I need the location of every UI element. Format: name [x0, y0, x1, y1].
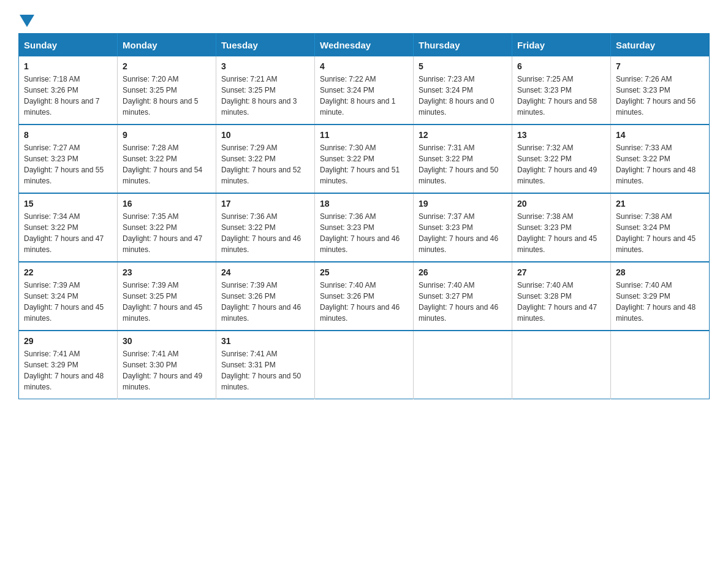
calendar-week-5: 29 Sunrise: 7:41 AMSunset: 3:29 PMDaylig…	[19, 331, 710, 399]
calendar-cell: 21 Sunrise: 7:38 AMSunset: 3:24 PMDaylig…	[611, 193, 710, 262]
header-cell-thursday: Thursday	[414, 34, 512, 57]
calendar-cell: 31 Sunrise: 7:41 AMSunset: 3:31 PMDaylig…	[216, 331, 315, 399]
logo-triangle-icon	[20, 15, 34, 27]
day-number: 3	[221, 61, 309, 71]
day-info: Sunrise: 7:39 AMSunset: 3:25 PMDaylight:…	[123, 280, 211, 324]
calendar-cell: 7 Sunrise: 7:26 AMSunset: 3:23 PMDayligh…	[611, 56, 710, 124]
day-number: 1	[24, 61, 112, 71]
calendar-cell: 22 Sunrise: 7:39 AMSunset: 3:24 PMDaylig…	[19, 262, 118, 331]
day-info: Sunrise: 7:29 AMSunset: 3:22 PMDaylight:…	[221, 142, 309, 186]
day-number: 21	[616, 199, 704, 209]
day-number: 13	[517, 130, 605, 140]
calendar-cell: 1 Sunrise: 7:18 AMSunset: 3:26 PMDayligh…	[19, 56, 118, 124]
calendar-cell: 25 Sunrise: 7:40 AMSunset: 3:26 PMDaylig…	[315, 262, 414, 331]
logo-text	[18, 12, 36, 25]
day-number: 25	[320, 267, 408, 277]
calendar-cell: 28 Sunrise: 7:40 AMSunset: 3:29 PMDaylig…	[611, 262, 710, 331]
calendar-cell: 11 Sunrise: 7:30 AMSunset: 3:22 PMDaylig…	[315, 124, 414, 193]
day-info: Sunrise: 7:38 AMSunset: 3:24 PMDaylight:…	[616, 211, 704, 255]
day-number: 30	[123, 336, 211, 346]
day-number: 6	[517, 61, 605, 71]
day-number: 4	[320, 61, 408, 71]
day-info: Sunrise: 7:40 AMSunset: 3:26 PMDaylight:…	[320, 280, 408, 324]
day-number: 26	[419, 267, 507, 277]
day-number: 11	[320, 130, 408, 140]
page-header	[18, 12, 710, 22]
day-number: 12	[419, 130, 507, 140]
day-info: Sunrise: 7:37 AMSunset: 3:23 PMDaylight:…	[419, 211, 507, 255]
calendar-cell: 24 Sunrise: 7:39 AMSunset: 3:26 PMDaylig…	[216, 262, 315, 331]
day-info: Sunrise: 7:31 AMSunset: 3:22 PMDaylight:…	[419, 142, 507, 186]
calendar-week-3: 15 Sunrise: 7:34 AMSunset: 3:22 PMDaylig…	[19, 193, 710, 262]
day-info: Sunrise: 7:25 AMSunset: 3:23 PMDaylight:…	[517, 74, 605, 118]
day-number: 15	[24, 199, 112, 209]
day-number: 27	[517, 267, 605, 277]
day-number: 7	[616, 61, 704, 71]
calendar-cell	[315, 331, 414, 399]
day-info: Sunrise: 7:21 AMSunset: 3:25 PMDaylight:…	[221, 74, 309, 118]
day-info: Sunrise: 7:38 AMSunset: 3:23 PMDaylight:…	[517, 211, 605, 255]
day-info: Sunrise: 7:20 AMSunset: 3:25 PMDaylight:…	[123, 74, 211, 118]
day-number: 28	[616, 267, 704, 277]
day-info: Sunrise: 7:40 AMSunset: 3:27 PMDaylight:…	[419, 280, 507, 324]
calendar-cell: 8 Sunrise: 7:27 AMSunset: 3:23 PMDayligh…	[19, 124, 118, 193]
day-number: 31	[221, 336, 309, 346]
day-info: Sunrise: 7:18 AMSunset: 3:26 PMDaylight:…	[24, 74, 112, 118]
day-info: Sunrise: 7:26 AMSunset: 3:23 PMDaylight:…	[616, 74, 704, 118]
day-number: 2	[123, 61, 211, 71]
header-cell-wednesday: Wednesday	[315, 34, 414, 57]
calendar-cell: 16 Sunrise: 7:35 AMSunset: 3:22 PMDaylig…	[118, 193, 216, 262]
day-number: 29	[24, 336, 112, 346]
calendar-cell: 18 Sunrise: 7:36 AMSunset: 3:23 PMDaylig…	[315, 193, 414, 262]
day-number: 19	[419, 199, 507, 209]
calendar-cell: 19 Sunrise: 7:37 AMSunset: 3:23 PMDaylig…	[414, 193, 512, 262]
calendar-cell	[611, 331, 710, 399]
calendar-week-4: 22 Sunrise: 7:39 AMSunset: 3:24 PMDaylig…	[19, 262, 710, 331]
calendar-cell: 10 Sunrise: 7:29 AMSunset: 3:22 PMDaylig…	[216, 124, 315, 193]
day-info: Sunrise: 7:40 AMSunset: 3:28 PMDaylight:…	[517, 280, 605, 324]
calendar-table: SundayMondayTuesdayWednesdayThursdayFrid…	[18, 33, 710, 399]
day-number: 14	[616, 130, 704, 140]
header-cell-tuesday: Tuesday	[216, 34, 315, 57]
calendar-week-1: 1 Sunrise: 7:18 AMSunset: 3:26 PMDayligh…	[19, 56, 710, 124]
header-cell-monday: Monday	[118, 34, 216, 57]
calendar-cell: 6 Sunrise: 7:25 AMSunset: 3:23 PMDayligh…	[512, 56, 611, 124]
day-info: Sunrise: 7:36 AMSunset: 3:22 PMDaylight:…	[221, 211, 309, 255]
day-info: Sunrise: 7:28 AMSunset: 3:22 PMDaylight:…	[123, 142, 211, 186]
calendar-cell: 20 Sunrise: 7:38 AMSunset: 3:23 PMDaylig…	[512, 193, 611, 262]
day-info: Sunrise: 7:39 AMSunset: 3:26 PMDaylight:…	[221, 280, 309, 324]
day-number: 22	[24, 267, 112, 277]
day-number: 24	[221, 267, 309, 277]
day-number: 10	[221, 130, 309, 140]
calendar-header: SundayMondayTuesdayWednesdayThursdayFrid…	[19, 34, 710, 57]
day-info: Sunrise: 7:34 AMSunset: 3:22 PMDaylight:…	[24, 211, 112, 255]
header-row: SundayMondayTuesdayWednesdayThursdayFrid…	[19, 34, 710, 57]
day-info: Sunrise: 7:39 AMSunset: 3:24 PMDaylight:…	[24, 280, 112, 324]
day-info: Sunrise: 7:36 AMSunset: 3:23 PMDaylight:…	[320, 211, 408, 255]
calendar-cell: 12 Sunrise: 7:31 AMSunset: 3:22 PMDaylig…	[414, 124, 512, 193]
day-number: 23	[123, 267, 211, 277]
day-number: 8	[24, 130, 112, 140]
day-info: Sunrise: 7:35 AMSunset: 3:22 PMDaylight:…	[123, 211, 211, 255]
day-number: 16	[123, 199, 211, 209]
calendar-cell: 29 Sunrise: 7:41 AMSunset: 3:29 PMDaylig…	[19, 331, 118, 399]
calendar-cell	[414, 331, 512, 399]
day-info: Sunrise: 7:30 AMSunset: 3:22 PMDaylight:…	[320, 142, 408, 186]
calendar-cell: 3 Sunrise: 7:21 AMSunset: 3:25 PMDayligh…	[216, 56, 315, 124]
day-info: Sunrise: 7:41 AMSunset: 3:31 PMDaylight:…	[221, 348, 309, 393]
day-info: Sunrise: 7:33 AMSunset: 3:22 PMDaylight:…	[616, 142, 704, 186]
day-info: Sunrise: 7:32 AMSunset: 3:22 PMDaylight:…	[517, 142, 605, 186]
header-cell-sunday: Sunday	[19, 34, 118, 57]
day-number: 9	[123, 130, 211, 140]
day-info: Sunrise: 7:27 AMSunset: 3:23 PMDaylight:…	[24, 142, 112, 186]
day-info: Sunrise: 7:23 AMSunset: 3:24 PMDaylight:…	[419, 74, 507, 118]
header-cell-saturday: Saturday	[611, 34, 710, 57]
calendar-cell: 5 Sunrise: 7:23 AMSunset: 3:24 PMDayligh…	[414, 56, 512, 124]
calendar-cell: 27 Sunrise: 7:40 AMSunset: 3:28 PMDaylig…	[512, 262, 611, 331]
logo	[18, 12, 36, 22]
header-cell-friday: Friday	[512, 34, 611, 57]
day-info: Sunrise: 7:41 AMSunset: 3:30 PMDaylight:…	[123, 348, 211, 393]
calendar-cell	[512, 331, 611, 399]
calendar-cell: 17 Sunrise: 7:36 AMSunset: 3:22 PMDaylig…	[216, 193, 315, 262]
calendar-cell: 14 Sunrise: 7:33 AMSunset: 3:22 PMDaylig…	[611, 124, 710, 193]
